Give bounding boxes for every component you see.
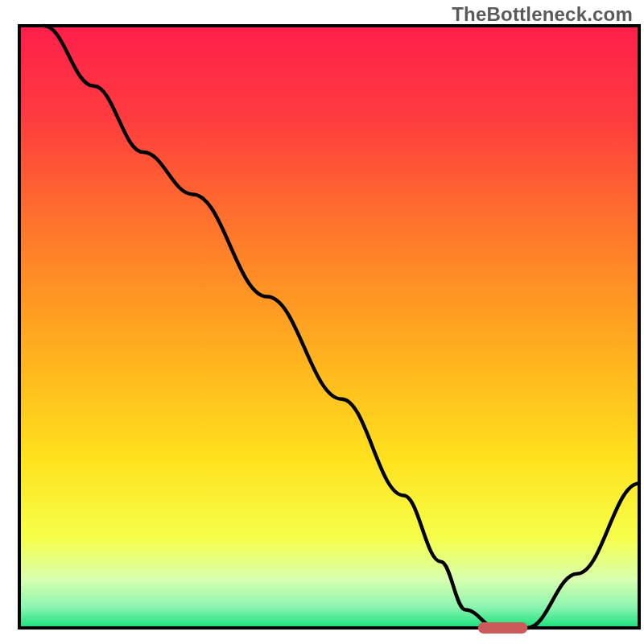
gradient-background [19, 26, 639, 628]
watermark-text: TheBottleneck.com [452, 3, 633, 26]
bottleneck-chart [0, 0, 644, 644]
optimal-marker [478, 622, 528, 634]
chart-stage: TheBottleneck.com [0, 0, 644, 644]
